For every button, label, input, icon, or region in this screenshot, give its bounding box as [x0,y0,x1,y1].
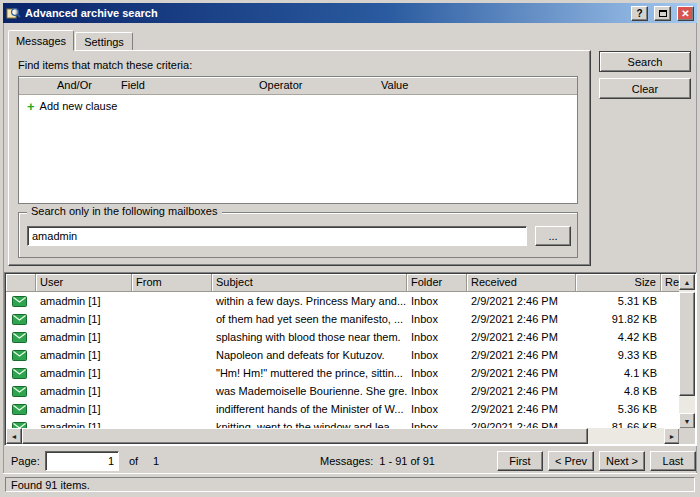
cell-size: 5.31 KB [576,295,661,307]
horizontal-scroll-thumb[interactable] [22,428,588,444]
cell-folder: Inbox [407,403,467,415]
maximize-icon [659,10,667,17]
vertical-scrollbar: ▲ ▼ [679,274,695,429]
mail-icon [12,386,27,397]
mailboxes-groupbox: Search only in the following mailboxes .… [18,212,578,258]
maximize-button[interactable] [654,6,671,21]
clear-button[interactable]: Clear [599,78,691,99]
row-icon-cell [6,332,36,343]
cell-received: 2/9/2021 2:46 PM [467,295,576,307]
mail-icon [12,314,27,325]
cell-size: 91.82 KB [576,313,661,325]
column-from[interactable]: From [132,274,212,292]
cell-user: amadmin [1] [36,295,132,307]
statusbar: Found 91 items. [3,473,697,494]
cell-user: amadmin [1] [36,313,132,325]
column-recipients[interactable]: Re [661,274,680,292]
scroll-down-icon[interactable]: ▼ [679,413,695,429]
cell-size: 4.1 KB [576,367,661,379]
criteria-col-field: Field [121,79,145,91]
close-button[interactable]: ✕ [677,6,694,21]
scrollbar-corner [679,428,695,444]
plus-icon: + [27,101,35,112]
mailboxes-input[interactable] [27,226,527,246]
tab-messages-label: Messages [16,35,66,47]
mail-icon [12,332,27,343]
last-page-button[interactable]: Last [650,451,696,471]
row-icon-cell [6,386,36,397]
row-icon-cell [6,314,36,325]
results-client: User From Subject Folder Received Size R… [6,274,680,429]
criteria-table: And/Or Field Operator Value + Add new cl… [18,76,578,204]
browse-mailboxes-button[interactable]: ... [535,226,571,246]
help-button[interactable]: ? [631,6,648,21]
mailboxes-label: Search only in the following mailboxes [27,205,222,217]
cell-subject: of them had yet seen the manifesto, ... [212,313,407,325]
cell-subject: splashing with blood those near them. [212,331,407,343]
messages-count-info: Messages: 1 - 91 of 91 [320,455,435,467]
cell-user: amadmin [1] [36,367,132,379]
results-listview: User From Subject Folder Received Size R… [4,272,697,446]
page-label: Page: [11,455,40,467]
cell-folder: Inbox [407,331,467,343]
cell-folder: Inbox [407,295,467,307]
page-number-input[interactable] [45,451,119,471]
cell-user: amadmin [1] [36,385,132,397]
criteria-col-andor: And/Or [57,79,92,91]
prev-page-button[interactable]: < Prev [548,451,594,471]
row-icon-cell [6,404,36,415]
scroll-up-icon[interactable]: ▲ [679,274,695,290]
column-received[interactable]: Received [467,274,576,292]
column-size[interactable]: Size [576,274,661,292]
cell-user: amadmin [1] [36,349,132,361]
cell-received: 2/9/2021 2:46 PM [467,403,576,415]
titlebar: Advanced archive search ? ✕ [3,3,697,23]
next-page-button[interactable]: Next > [599,451,645,471]
table-row[interactable]: amadmin [1] Napoleon and defeats for Kut… [6,346,680,364]
column-user[interactable]: User [36,274,132,292]
cell-subject: Napoleon and defeats for Kutuzov. [212,349,407,361]
criteria-header: And/Or Field Operator Value [19,77,577,95]
page-count: 1 [153,455,159,467]
scroll-left-icon[interactable]: ◄ [6,428,22,444]
tab-settings[interactable]: Settings [75,32,133,51]
table-row[interactable]: amadmin [1] within a few days. Princess … [6,292,680,310]
tab-settings-label: Settings [84,36,124,48]
cell-size: 4.8 KB [576,385,661,397]
cell-user: amadmin [1] [36,403,132,415]
vertical-scroll-thumb[interactable] [679,292,695,396]
page-of-label: of [129,455,138,467]
table-row[interactable]: amadmin [1] splashing with blood those n… [6,328,680,346]
cell-user: amadmin [1] [36,331,132,343]
mail-icon [12,404,27,415]
cell-folder: Inbox [407,349,467,361]
cell-subject: indifferent hands of the Minister of W..… [212,403,407,415]
criteria-label: Find items that match these criteria: [18,59,192,71]
table-row[interactable]: amadmin [1] "Hm! Hm!" muttered the princ… [6,364,680,382]
cell-received: 2/9/2021 2:46 PM [467,313,576,325]
first-page-button[interactable]: First [497,451,543,471]
add-new-clause-link[interactable]: + Add new clause [27,100,117,112]
scroll-right-icon[interactable]: ► [664,428,680,444]
column-subject[interactable]: Subject [212,274,407,292]
table-row[interactable]: amadmin [1] indifferent hands of the Min… [6,400,680,418]
cell-folder: Inbox [407,385,467,397]
cell-folder: Inbox [407,367,467,379]
tab-messages[interactable]: Messages [8,30,74,51]
cell-subject: within a few days. Princess Mary and... [212,295,407,307]
cell-received: 2/9/2021 2:46 PM [467,385,576,397]
column-folder[interactable]: Folder [407,274,467,292]
table-row[interactable]: amadmin [1] of them had yet seen the man… [6,310,680,328]
table-row[interactable]: amadmin [1] was Mademoiselle Bourienne. … [6,382,680,400]
cell-size: 9.33 KB [576,349,661,361]
horizontal-scrollbar: ◄ ► [6,428,680,444]
mail-icon [12,350,27,361]
messages-tab-page: Find items that match these criteria: An… [8,50,591,266]
search-button[interactable]: Search [599,51,691,72]
cell-size: 4.42 KB [576,331,661,343]
cell-subject: was Mademoiselle Bourienne. She gre... [212,385,407,397]
results-header: User From Subject Folder Received Size R… [6,274,680,292]
column-icon[interactable] [6,274,36,292]
row-icon-cell [6,368,36,379]
row-icon-cell [6,296,36,307]
